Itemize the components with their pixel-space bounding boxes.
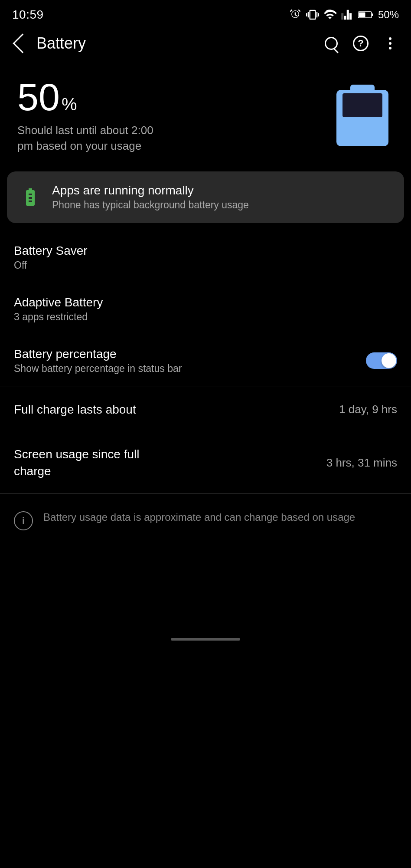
search-icon [325, 37, 338, 50]
adaptive-battery-subtitle: 3 apps restricted [14, 311, 397, 323]
battery-saver-item[interactable]: Battery Saver Off [0, 232, 411, 283]
screen-usage-row: Screen usage since full charge 3 hrs, 31… [0, 432, 411, 493]
battery-percentage-toggle[interactable] [366, 352, 397, 369]
vibrate-icon [306, 8, 319, 21]
home-indicator [0, 629, 411, 651]
battery-number: 50 [17, 78, 60, 116]
full-charge-label: Full charge lasts about [14, 401, 136, 418]
back-button[interactable] [9, 31, 33, 56]
info-circle-icon: i [14, 511, 33, 530]
toggle-knob [382, 353, 396, 368]
adaptive-battery-item[interactable]: Adaptive Battery 3 apps restricted [0, 283, 411, 335]
app-bar-actions: ? [319, 31, 402, 56]
disclaimer: i Battery usage data is approximate and … [0, 497, 411, 542]
screen-usage-value: 3 hrs, 31 mins [326, 456, 397, 470]
help-icon: ? [353, 36, 369, 51]
page-title: Battery [36, 34, 319, 53]
svg-rect-5 [342, 93, 382, 117]
svg-rect-4 [350, 85, 375, 92]
battery-percentage-subtitle: Show battery percentage in status bar [14, 363, 366, 375]
wifi-icon [323, 8, 336, 21]
status-time: 10:59 [12, 8, 44, 22]
app-bar: Battery ? [0, 26, 411, 61]
status-card-subtitle: Phone has typical background battery usa… [52, 199, 392, 211]
adaptive-battery-title: Adaptive Battery [14, 296, 397, 309]
battery-percentage-text: Battery percentage Show battery percenta… [14, 347, 366, 375]
battery-estimate: Should last until about 2:00 pm based on… [17, 122, 165, 154]
battery-percentage-item[interactable]: Battery percentage Show battery percenta… [0, 335, 411, 387]
status-card[interactable]: Apps are running normally Phone has typi… [7, 171, 404, 223]
status-bar: 10:59 50% [0, 0, 411, 26]
battery-saver-subtitle: Off [14, 260, 397, 271]
battery-percentage-title: Battery percentage [14, 347, 366, 361]
divider-2 [0, 493, 411, 494]
status-card-text: Apps are running normally Phone has typi… [52, 184, 392, 211]
more-dots-icon [389, 37, 391, 49]
status-battery-percent: 50% [378, 9, 399, 21]
home-bar [171, 638, 240, 641]
full-charge-value: 1 day, 9 hrs [339, 403, 397, 416]
alarm-icon [289, 8, 302, 21]
status-battery-icon [358, 10, 374, 19]
back-arrow-icon [13, 33, 32, 53]
help-button[interactable]: ? [349, 31, 373, 56]
battery-info: 50 % Should last until about 2:00 pm bas… [17, 78, 328, 154]
svg-rect-1 [372, 13, 373, 16]
svg-rect-6 [342, 119, 382, 142]
battery-percentage-section: 50 % Should last until about 2:00 pm bas… [0, 61, 411, 171]
battery-saver-text: Battery Saver Off [14, 244, 397, 271]
battery-saver-title: Battery Saver [14, 244, 397, 258]
more-options-button[interactable] [378, 31, 402, 56]
battery-percentage-display: 50 % [17, 78, 328, 116]
full-charge-row: Full charge lasts about 1 day, 9 hrs [0, 387, 411, 432]
disclaimer-text: Battery usage data is approximate and ca… [43, 510, 355, 525]
battery-graphic-icon [332, 81, 393, 151]
search-button[interactable] [319, 31, 343, 56]
adaptive-battery-text: Adaptive Battery 3 apps restricted [14, 296, 397, 323]
screen-usage-label: Screen usage since full charge [14, 446, 179, 480]
battery-icon-container [328, 81, 397, 151]
svg-rect-2 [359, 13, 365, 17]
status-card-title: Apps are running normally [52, 184, 392, 197]
status-icons: 50% [289, 8, 399, 21]
signal-icon [341, 8, 354, 21]
battery-percent-sign: % [62, 95, 77, 114]
disclaimer-info-icon: i [14, 511, 33, 530]
status-card-icon [19, 186, 42, 208]
